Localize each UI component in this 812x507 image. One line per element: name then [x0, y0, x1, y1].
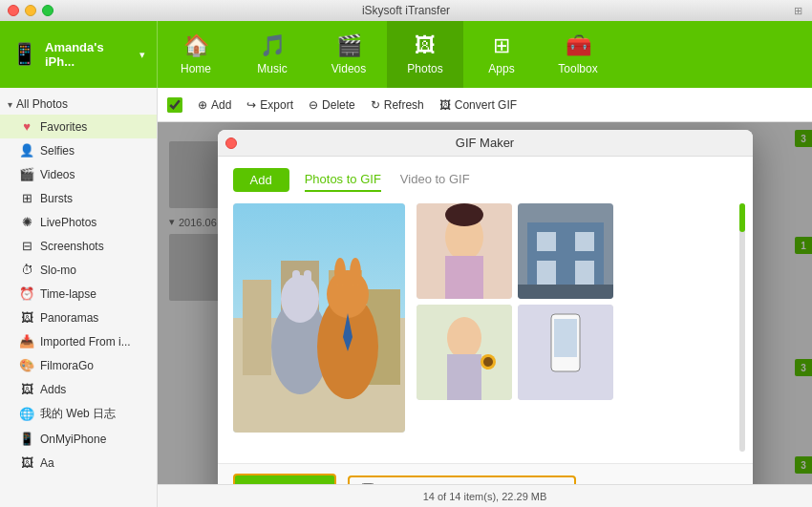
sidebar-item-selfies[interactable]: 👤 Selfies	[0, 138, 157, 162]
sidebar-item-timelapse[interactable]: ⏰ Time-lapse	[0, 282, 157, 306]
panoramas-icon: 🖼	[19, 310, 34, 325]
bursts-icon: ⊞	[19, 191, 34, 205]
screenshots-icon: ⊟	[19, 239, 34, 253]
scroll-thumb[interactable]	[739, 203, 745, 232]
sidebar-item-videos[interactable]: 🎬 Videos	[0, 162, 157, 186]
device-name: Amanda's iPh...	[45, 40, 130, 69]
convert-gif-button[interactable]: 🖼 Convert GIF	[439, 98, 517, 112]
statusbar-text: 14 of 14 item(s), 22.29 MB	[423, 491, 547, 502]
export-label: Export	[260, 98, 293, 112]
adds-icon: 🖼	[19, 382, 34, 396]
modal-footer: Create GIF Transfer to device at the sam…	[218, 463, 753, 484]
device-icon: 📱	[11, 42, 37, 67]
heart-icon: ♥	[19, 119, 34, 134]
sidebar-favorites-label: Favorites	[40, 120, 87, 134]
close-button[interactable]	[8, 5, 19, 16]
collapse-arrow-icon: ▾	[8, 99, 12, 110]
sidebar-item-screenshots[interactable]: ⊟ Screenshots	[0, 234, 157, 258]
home-icon: 🏠	[183, 33, 209, 58]
side-photo-building	[518, 203, 613, 299]
sidebar-timelapse-label: Time-lapse	[40, 287, 96, 301]
side-photo-row-1	[417, 203, 737, 299]
modal-title: GIF Maker	[456, 136, 514, 150]
svg-rect-25	[518, 285, 613, 299]
export-button[interactable]: ↪ Export	[246, 98, 293, 112]
sidebar-item-onmyiphone[interactable]: 📱 OnMyiPhone	[0, 427, 157, 451]
modal-body: Add Photos to GIF Video to GIF	[218, 157, 753, 463]
nav-videos[interactable]: 🎬 Videos	[310, 21, 387, 88]
sidebar-item-slomo[interactable]: ⏱ Slo-mo	[0, 258, 157, 282]
refresh-label: Refresh	[384, 98, 424, 112]
titlebar: iSkysoft iTransfer ⊞	[0, 0, 812, 21]
sidebar-videos-label: Videos	[40, 168, 75, 181]
statusbar: 14 of 14 item(s), 22.29 MB	[158, 484, 812, 507]
onmyiphone-icon: 📱	[19, 432, 34, 446]
svg-point-18	[445, 203, 483, 226]
nav-apps[interactable]: ⊞ Apps	[463, 21, 540, 88]
sidebar-selfies-label: Selfies	[40, 144, 75, 158]
photo-content: ▾ 2016.06 3 1 3 3	[158, 122, 812, 484]
nav-apps-label: Apps	[488, 62, 514, 75]
modal-add-button[interactable]: Add	[233, 168, 289, 192]
nav-toolbox[interactable]: 🧰 Toolbox	[540, 21, 616, 88]
svg-rect-21	[537, 232, 556, 251]
sidebar-item-adds[interactable]: 🖼 Adds	[0, 377, 157, 401]
maximize-button[interactable]	[42, 5, 53, 16]
refresh-button[interactable]: ↻ Refresh	[371, 98, 424, 112]
modal-side-photos	[417, 203, 737, 452]
nav-music-label: Music	[257, 62, 287, 75]
sidebar-item-panoramas[interactable]: 🖼 Panoramas	[0, 306, 157, 329]
svg-rect-33	[554, 319, 577, 357]
nav-photos[interactable]: 🖼 Photos	[387, 21, 463, 88]
export-icon: ↪	[246, 98, 256, 112]
select-all-checkbox[interactable]	[167, 97, 182, 113]
navbar: 📱 Amanda's iPh... ▾ 🏠 Home 🎵 Music 🎬 Vid…	[0, 21, 812, 88]
modal-tabs: Photos to GIF Video to GIF	[305, 168, 470, 192]
svg-point-30	[483, 357, 493, 367]
svg-rect-9	[304, 270, 311, 299]
side-photo-phone	[518, 305, 613, 400]
photos-icon: 🖼	[415, 33, 436, 58]
sidebar-item-livephotos[interactable]: ✺ LivePhotos	[0, 210, 157, 234]
timelapse-icon: ⏰	[19, 286, 34, 301]
nav-videos-label: Videos	[331, 62, 366, 75]
scroll-track	[739, 203, 745, 452]
delete-button[interactable]: ⊖ Delete	[309, 98, 355, 112]
sidebar-filmorago-label: FilmoraGo	[40, 359, 94, 372]
svg-point-12	[334, 258, 346, 286]
minimize-button[interactable]	[25, 5, 36, 16]
sidebar-item-bursts[interactable]: ⊞ Bursts	[0, 186, 157, 210]
sidebar: ▾ All Photos ♥ Favorites 👤 Selfies 🎬 Vid…	[0, 88, 158, 507]
sidebar-item-web[interactable]: 🌐 我的 Web 日志	[0, 401, 157, 427]
sidebar-livephotos-label: LivePhotos	[40, 216, 96, 229]
transfer-checkbox[interactable]	[361, 483, 374, 485]
nav-toolbox-label: Toolbox	[558, 62, 597, 75]
tab-video-to-gif[interactable]: Video to GIF	[400, 168, 470, 192]
modal-toolbar: Add Photos to GIF Video to GIF	[233, 168, 737, 192]
sidebar-item-filmorago[interactable]: 🎨 FilmoraGo	[0, 353, 157, 377]
add-button[interactable]: ⊕ Add	[198, 98, 231, 112]
device-section[interactable]: 📱 Amanda's iPh... ▾	[0, 21, 158, 88]
sidebar-section-header[interactable]: ▾ All Photos	[0, 92, 157, 115]
web-icon: 🌐	[19, 407, 34, 421]
tab-photos-to-gif[interactable]: Photos to GIF	[305, 168, 381, 192]
sidebar-item-favorites[interactable]: ♥ Favorites	[0, 115, 157, 138]
videos-sidebar-icon: 🎬	[19, 167, 34, 181]
svg-rect-17	[445, 256, 483, 299]
nav-music[interactable]: 🎵 Music	[234, 21, 310, 88]
create-gif-button[interactable]: Create GIF	[233, 474, 336, 484]
corner-icon: ⊞	[794, 5, 802, 17]
sidebar-item-aa[interactable]: 🖼 Aa	[0, 451, 157, 475]
delete-label: Delete	[322, 98, 355, 112]
convert-gif-label: Convert GIF	[455, 98, 517, 112]
svg-rect-8	[292, 270, 300, 299]
device-chevron-icon: ▾	[139, 49, 145, 61]
content-area: ⊕ Add ↪ Export ⊖ Delete ↻ Refresh 🖼 Conv…	[158, 88, 812, 507]
sidebar-onmyiphone-label: OnMyiPhone	[40, 433, 106, 446]
main-photo	[233, 203, 405, 433]
modal-close-button[interactable]	[225, 137, 237, 149]
side-photo-girl1	[417, 203, 512, 299]
nav-home[interactable]: 🏠 Home	[158, 21, 234, 88]
toolbox-icon: 🧰	[566, 33, 591, 58]
sidebar-item-imported[interactable]: 📥 Imported From i...	[0, 329, 157, 353]
